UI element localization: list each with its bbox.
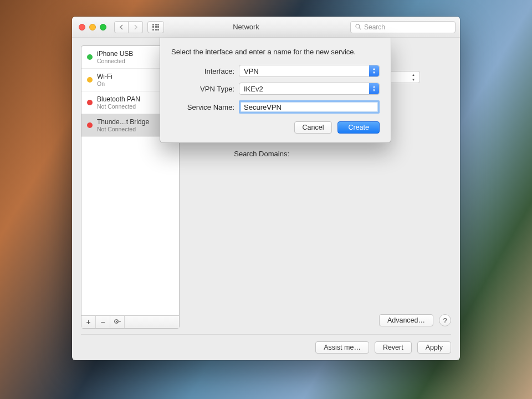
interface-select[interactable]: VPN — [239, 65, 380, 77]
stepper-icon: ▲▼ — [410, 72, 417, 82]
window-footer: Assist me… Revert Apply — [81, 334, 451, 354]
svg-line-1 — [359, 28, 361, 29]
vpn-type-label: VPN Type: — [171, 85, 239, 93]
service-status: Not Connected — [97, 103, 140, 110]
svg-point-0 — [356, 24, 360, 28]
minimize-window-button[interactable] — [89, 24, 96, 30]
service-name: Wi-Fi — [97, 73, 112, 80]
back-button[interactable] — [114, 21, 129, 33]
service-status: Not Connected — [97, 126, 157, 132]
service-name-input[interactable] — [239, 100, 380, 114]
status-dot-icon — [87, 100, 93, 105]
titlebar: Network Search — [72, 17, 460, 38]
assist-me-button[interactable]: Assist me… — [315, 341, 369, 354]
status-dot-icon — [87, 122, 93, 128]
service-status: Connected — [97, 58, 133, 64]
vpn-type-select[interactable]: IKEv2 — [239, 83, 380, 95]
svg-point-6 — [116, 321, 117, 322]
forward-button[interactable] — [129, 21, 143, 33]
revert-button[interactable]: Revert — [375, 341, 412, 354]
create-button[interactable]: Create — [337, 121, 380, 134]
interface-label: Interface: — [171, 67, 239, 75]
vpn-type-value: IKEv2 — [244, 85, 263, 93]
cancel-button[interactable]: Cancel — [294, 121, 332, 134]
new-service-sheet: Select the interface and enter a name fo… — [160, 38, 391, 143]
zoom-window-button[interactable] — [100, 24, 106, 30]
status-dot-icon — [87, 77, 93, 83]
window-title: Network — [142, 23, 350, 31]
gear-icon — [114, 319, 121, 325]
close-window-button[interactable] — [79, 24, 85, 30]
add-service-button[interactable]: + — [81, 316, 96, 328]
remove-service-button[interactable]: − — [96, 316, 110, 328]
service-name: iPhone USB — [97, 50, 133, 58]
service-actions-button[interactable] — [110, 316, 125, 328]
status-dot-icon — [87, 54, 93, 60]
service-list-footer: + − — [81, 315, 179, 328]
search-icon — [355, 24, 361, 30]
service-name: Thunde…t Bridge — [97, 118, 157, 126]
help-button[interactable]: ? — [439, 314, 451, 326]
service-name-label: Service Name: — [171, 103, 239, 111]
window-controls — [79, 24, 106, 30]
chevron-updown-icon — [369, 83, 379, 94]
service-name: Bluetooth PAN — [97, 95, 140, 103]
search-field[interactable]: Search — [350, 21, 456, 33]
nav-back-forward — [114, 21, 143, 33]
sheet-title: Select the interface and enter a name fo… — [171, 48, 380, 56]
chevron-updown-icon — [369, 65, 379, 76]
interface-value: VPN — [244, 67, 259, 75]
search-domains-label: Search Domains: — [187, 150, 293, 158]
service-status: On — [97, 80, 112, 87]
search-placeholder: Search — [364, 23, 385, 31]
advanced-button[interactable]: Advanced… — [379, 314, 433, 326]
apply-button[interactable]: Apply — [417, 341, 451, 354]
